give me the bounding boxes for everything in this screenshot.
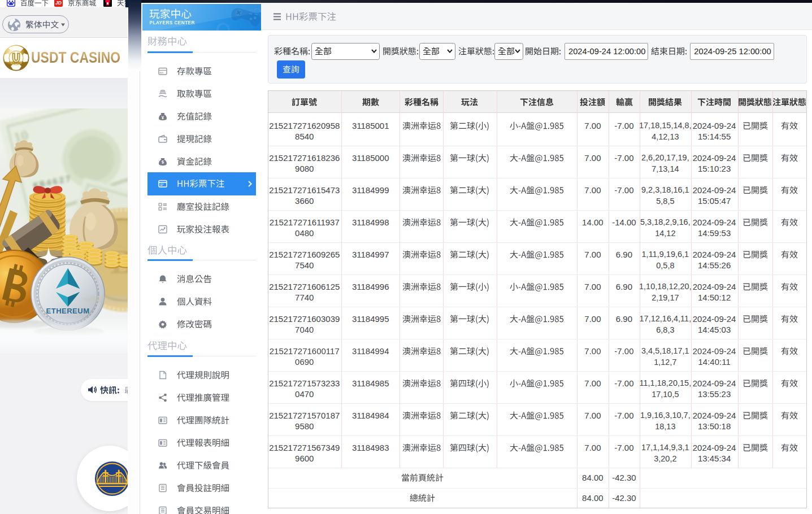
svg-text:ETHEREUM: ETHEREUM <box>46 307 90 315</box>
svg-text:Casino: Casino <box>12 62 20 64</box>
svg-text:JD: JD <box>55 0 62 6</box>
